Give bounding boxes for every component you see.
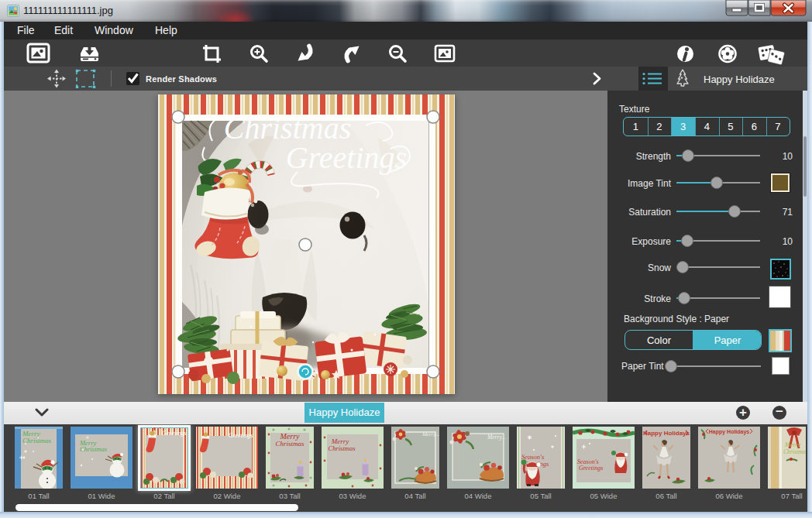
svg-text:Happy Holidays: Happy Holidays — [643, 430, 690, 437]
svg-text:Merry: Merry — [784, 441, 800, 448]
svg-text:Christmas: Christmas — [22, 437, 52, 444]
svg-text:Merry...: Merry... — [421, 431, 439, 437]
svg-text:Greetings: Greetings — [286, 140, 407, 175]
svg-text:Christmas: Christmas — [275, 440, 304, 448]
svg-text:Christmas: Christmas — [80, 445, 108, 453]
svg-text:Christmas: Christmas — [783, 448, 806, 455]
svg-text:Merry...: Merry... — [487, 434, 506, 441]
svg-text:Greetings: Greetings — [229, 432, 253, 439]
svg-text:Greetings: Greetings — [579, 465, 603, 472]
svg-text:Greetings: Greetings — [162, 430, 186, 437]
svg-text:Happy Holidays: Happy Holidays — [709, 429, 750, 435]
svg-text:Christmas: Christmas — [329, 444, 356, 452]
